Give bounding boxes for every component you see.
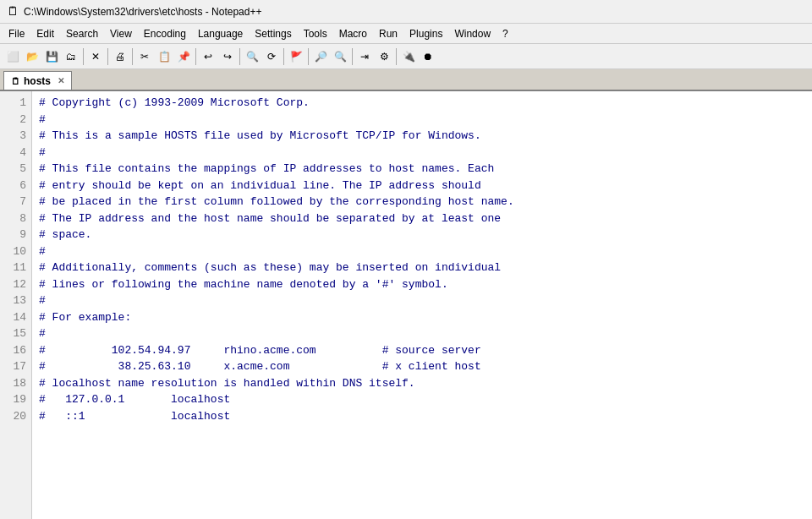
open-button[interactable]: 📂 (23, 47, 41, 66)
redo-button[interactable]: ↪ (218, 47, 237, 66)
code-line: # be placed in the first column followed… (39, 194, 805, 210)
line-number: 17 (3, 358, 26, 375)
tab-hosts[interactable]: 🗒 hosts ✕ (3, 71, 72, 90)
menu-item-search[interactable]: Search (61, 26, 103, 41)
code-line: # 38.25.63.10 x.acme.com # x client host (39, 358, 805, 375)
tab-bar: 🗒 hosts ✕ (0, 69, 812, 91)
code-content[interactable]: # Copyright (c) 1993-2009 Microsoft Corp… (32, 91, 812, 519)
replace-button[interactable]: ⟳ (262, 47, 281, 66)
tab-close-button[interactable]: ✕ (58, 76, 64, 85)
window-title: C:\Windows\System32\drivers\etc\hosts - … (24, 6, 261, 18)
cut-button[interactable]: ✂ (135, 47, 154, 66)
plugin-button[interactable]: 🔌 (399, 47, 418, 66)
code-line: # The IP address and the host name shoul… (39, 210, 805, 227)
paste-button[interactable]: 📌 (174, 47, 193, 66)
menu-item-file[interactable]: File (3, 26, 30, 41)
tab-icon: 🗒 (11, 76, 20, 86)
line-number: 4 (3, 145, 26, 161)
indent-button[interactable]: ⇥ (355, 47, 374, 66)
line-number: 12 (3, 276, 26, 293)
title-bar: 🗒 C:\Windows\System32\drivers\etc\hosts … (0, 0, 812, 24)
line-number: 19 (3, 391, 26, 408)
toolbar: ⬜📂💾🗂✕🖨✂📋📌↩↪🔍⟳🚩🔎🔍⇥⚙🔌⏺ (0, 44, 812, 69)
code-line: # This file contains the mappings of IP … (39, 161, 805, 178)
line-number: 6 (3, 178, 26, 194)
code-line: # (39, 112, 805, 128)
menu-item-run[interactable]: Run (374, 26, 403, 41)
line-number: 16 (3, 342, 26, 359)
menu-item-view[interactable]: View (105, 26, 137, 41)
app-icon: 🗒 (7, 5, 19, 19)
find-button[interactable]: 🔍 (243, 47, 261, 66)
code-line: # 127.0.0.1 localhost (39, 391, 805, 408)
menu-item-macro[interactable]: Macro (334, 26, 372, 41)
line-number: 1 (3, 95, 26, 112)
line-number: 7 (3, 194, 26, 210)
code-line: # 102.54.94.97 rhino.acme.com # source s… (39, 342, 805, 359)
code-line: # (39, 292, 805, 309)
settings-button[interactable]: ⚙ (375, 47, 393, 66)
menu-item-edit[interactable]: Edit (31, 26, 59, 41)
code-line: # (39, 243, 805, 260)
code-line: # lines or following the machine name de… (39, 276, 805, 293)
code-line: # localhost name resolution is handled w… (39, 375, 805, 392)
tab-label: hosts (24, 75, 51, 87)
menu-item-language[interactable]: Language (193, 26, 248, 41)
code-line: # This is a sample HOSTS file used by Mi… (39, 128, 805, 145)
code-line: # space. (39, 227, 805, 243)
line-number: 5 (3, 161, 26, 178)
menu-bar: FileEditSearchViewEncodingLanguageSettin… (0, 24, 812, 44)
code-line: # ::1 localhost (39, 408, 805, 425)
line-number: 13 (3, 292, 26, 309)
line-number: 14 (3, 309, 26, 326)
line-number: 9 (3, 227, 26, 243)
sep4 (195, 48, 196, 65)
sep6 (283, 48, 284, 65)
sep5 (239, 48, 240, 65)
undo-button[interactable]: ↩ (199, 47, 217, 66)
line-number: 11 (3, 260, 26, 276)
line-number: 3 (3, 128, 26, 145)
code-line: # For example: (39, 309, 805, 326)
sep7 (308, 48, 309, 65)
line-number: 8 (3, 210, 26, 227)
record-button[interactable]: ⏺ (419, 47, 437, 66)
code-line: # Copyright (c) 1993-2009 Microsoft Corp… (39, 95, 805, 112)
code-line: # (39, 325, 805, 342)
zoom-in-button[interactable]: 🔎 (311, 47, 330, 66)
line-number: 20 (3, 408, 26, 425)
menu-item-?[interactable]: ? (497, 26, 513, 41)
sep2 (107, 48, 108, 65)
menu-item-settings[interactable]: Settings (250, 26, 296, 41)
sep9 (396, 48, 397, 65)
close-button[interactable]: ✕ (86, 47, 105, 66)
save-button[interactable]: 💾 (42, 47, 61, 66)
editor: 1234567891011121314151617181920 # Copyri… (0, 91, 812, 519)
sep3 (132, 48, 133, 65)
line-number: 10 (3, 243, 26, 260)
save-all-button[interactable]: 🗂 (62, 47, 80, 66)
line-number: 18 (3, 375, 26, 392)
menu-item-plugins[interactable]: Plugins (404, 26, 447, 41)
line-numbers: 1234567891011121314151617181920 (0, 91, 32, 519)
menu-item-window[interactable]: Window (449, 26, 496, 41)
sep8 (352, 48, 353, 65)
new-button[interactable]: ⬜ (3, 47, 22, 66)
code-line: # (39, 145, 805, 161)
menu-item-tools[interactable]: Tools (299, 26, 332, 41)
code-line: # entry should be kept on an individual … (39, 178, 805, 194)
copy-button[interactable]: 📋 (155, 47, 173, 66)
goto-button[interactable]: 🚩 (287, 47, 305, 66)
zoom-out-button[interactable]: 🔍 (331, 47, 349, 66)
code-line: # Additionally, comments (such as these)… (39, 260, 805, 276)
sep1 (83, 48, 84, 65)
print-button[interactable]: 🖨 (111, 47, 129, 66)
line-number: 2 (3, 112, 26, 128)
menu-item-encoding[interactable]: Encoding (139, 26, 191, 41)
line-number: 15 (3, 325, 26, 342)
